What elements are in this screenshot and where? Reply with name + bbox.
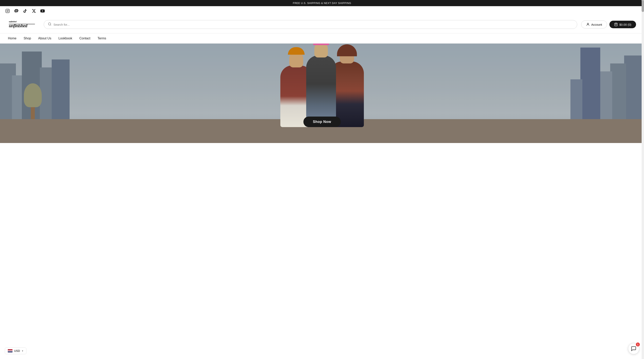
scrollbar-thumb[interactable] [642, 0, 644, 12]
nav-contact[interactable]: Contact [79, 36, 90, 40]
logo[interactable]: unfinished unfinished [8, 18, 40, 31]
nav-shop[interactable]: Shop [24, 36, 31, 40]
svg-rect-0 [6, 9, 9, 13]
tree-left [24, 91, 42, 119]
youtube-icon[interactable] [40, 8, 45, 14]
search-bar[interactable] [44, 20, 577, 29]
x-twitter-icon[interactable] [31, 8, 36, 14]
nav-lookbook[interactable]: Lookbook [58, 36, 72, 40]
svg-point-2 [8, 10, 9, 10]
account-button[interactable]: Account [581, 20, 607, 28]
navigation: Home Shop About Us Lookbook Contact Term… [0, 34, 644, 44]
search-input[interactable] [54, 23, 573, 26]
cart-label: $0.00 (0) [619, 23, 631, 26]
header: unfinished unfinished Account [0, 16, 644, 34]
svg-text:unfinished: unfinished [9, 20, 16, 23]
banner-text: FREE U.S. SHIPPING & NEXT DAY SHIPPING [293, 2, 351, 4]
social-bar [0, 6, 644, 16]
nav-terms[interactable]: Terms [98, 36, 106, 40]
nav-about[interactable]: About Us [38, 36, 51, 40]
person-center: KitesAce [306, 44, 336, 127]
svg-point-8 [587, 23, 588, 24]
pinterest-icon[interactable] [14, 8, 19, 14]
top-banner: FREE U.S. SHIPPING & NEXT DAY SHIPPING [0, 0, 644, 6]
shop-now-button[interactable]: Shop Now [304, 116, 341, 127]
tiktok-icon[interactable] [22, 8, 28, 14]
svg-line-7 [50, 25, 51, 25]
header-actions: Account $0.00 (0) [581, 20, 636, 28]
account-label: Account [591, 23, 602, 26]
hero-section: KitesAce Shop Now [0, 44, 644, 143]
svg-point-6 [48, 23, 51, 25]
hero-figures: KitesAce [280, 44, 364, 127]
nav-home[interactable]: Home [8, 36, 16, 40]
cart-button[interactable]: $0.00 (0) [610, 21, 636, 28]
instagram-icon[interactable] [5, 8, 10, 14]
search-icon [48, 22, 52, 27]
svg-point-1 [7, 10, 8, 12]
hero-scene: KitesAce [0, 44, 644, 143]
scrollbar[interactable] [642, 0, 644, 143]
